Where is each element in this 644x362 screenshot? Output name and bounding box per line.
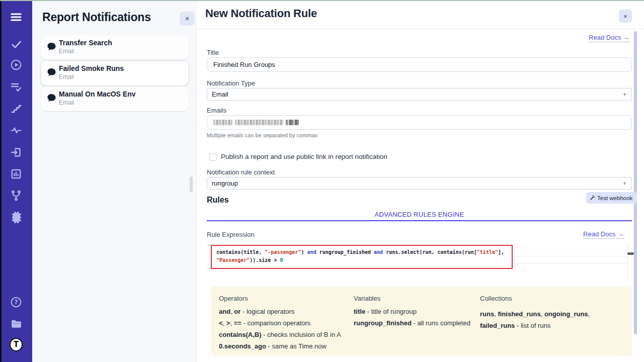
rule-expression-label: Rule Expression [207, 231, 255, 238]
help-icon[interactable]: ? [10, 296, 23, 309]
svg-text:?: ? [15, 299, 18, 306]
tab-active-indicator [207, 220, 632, 221]
context-select[interactable]: rungroup ▼ [207, 177, 632, 190]
notification-title: Transfer Search [59, 39, 112, 47]
emails-input[interactable] [207, 115, 632, 130]
help-item: and, or - logical operators [219, 308, 347, 315]
list-check-icon[interactable] [10, 80, 23, 93]
icon-sidebar: ? T [0, 0, 32, 362]
help-item: rungroup_finished - all runs completed [354, 320, 474, 327]
notification-channel: Email [59, 73, 74, 80]
notification-title: Manual On MacOS Env [59, 90, 135, 98]
chat-bubble-icon [47, 68, 56, 79]
notification-channel: Email [59, 48, 74, 55]
tab-advanced-rules-engine[interactable]: ADVANCED RULES ENGINE [207, 211, 632, 218]
context-label: Notification rule context [207, 168, 275, 176]
rule-expression-code: contains(title, "-passenger") and rungro… [216, 248, 508, 264]
chat-bubble-icon [47, 42, 56, 53]
notification-channel: Email [59, 99, 74, 106]
vertical-scrollbar-thumb[interactable] [634, 31, 637, 334]
check-icon[interactable] [10, 37, 23, 50]
notification-list-item[interactable]: Failed Smoke RunsEmail [41, 61, 188, 85]
help-item: runs, finished_runs, ongoing_runs, faile… [480, 308, 625, 331]
notification-list: Transfer SearchEmailFailed Smoke RunsEma… [41, 35, 188, 112]
publish-report-checkbox[interactable] [209, 153, 217, 161]
publish-report-label: Publish a report and use public link in … [221, 153, 387, 160]
help-column-header: Collections [480, 295, 625, 302]
help-item: contains(A,B) - checks inclusion of B in… [219, 331, 347, 338]
logo-icon[interactable]: T [10, 338, 23, 351]
fork-icon[interactable] [10, 189, 23, 202]
header-divider [197, 29, 644, 29]
modal-close-button[interactable]: × [619, 10, 632, 23]
help-item: 0.seconds_ago - same as Time.now [219, 343, 347, 350]
rule-expression-editor[interactable]: contains(title, "-passenger") and rungro… [211, 245, 513, 269]
help-column-variables: Variablestitle - title of rungrouprungro… [354, 295, 474, 331]
editor-line [513, 256, 627, 256]
steps-icon[interactable] [10, 102, 23, 115]
help-column-header: Variables [354, 295, 474, 302]
drawer-resize-handle[interactable] [190, 176, 193, 192]
test-webhook-button[interactable]: Test webhook [586, 192, 637, 204]
logo-letter: T [10, 338, 23, 351]
play-circle-icon[interactable] [10, 58, 23, 71]
help-column-header: Operators [219, 295, 347, 302]
notification-title: Failed Smoke Runs [59, 64, 124, 72]
menu-icon[interactable] [10, 11, 23, 24]
panel-title: Report Notifications [42, 11, 151, 24]
help-column-operators: Operatorsand, or - logical operators<, >… [219, 295, 347, 354]
title-label: Title [207, 49, 219, 56]
webhook-icon [590, 195, 595, 201]
bar-chart-icon[interactable] [10, 167, 23, 180]
expression-help-panel: Operatorsand, or - logical operators<, >… [211, 287, 632, 356]
new-notification-rule-modal: New Notification Rule × Read Docs → Titl… [196, 1, 644, 362]
notification-list-item[interactable]: Transfer SearchEmail [41, 35, 188, 60]
modal-title: New Notification Rule [205, 7, 317, 20]
report-notifications-panel: Report Notifications × Transfer SearchEm… [32, 1, 196, 362]
panel-close-button[interactable]: × [180, 12, 195, 26]
app-window: ? T Report Notifications × Transfer Sear… [0, 0, 644, 362]
help-item: <, >, == - comparison operators [219, 320, 347, 327]
dropdown-caret-icon: ▼ [622, 181, 627, 186]
notification-list-item[interactable]: Manual On MacOS EnvEmail [41, 86, 188, 111]
read-docs-link-top[interactable]: Read Docs → [589, 34, 629, 42]
rules-heading: Rules [207, 196, 229, 205]
notification-type-label: Notification Type [207, 79, 255, 87]
emails-label: Emails [207, 107, 226, 114]
notification-type-select[interactable]: Email ▼ [207, 88, 632, 101]
sign-in-icon[interactable] [10, 146, 23, 159]
help-item: title - title of rungroup [354, 308, 474, 315]
chat-bubble-icon [47, 94, 56, 105]
editor-line [513, 263, 627, 263]
redacted-email-part [286, 120, 299, 125]
editor-scrollbar-thumb[interactable] [627, 252, 634, 255]
top-strip [0, 0, 644, 1]
redacted-email-part [213, 120, 232, 125]
folder-icon[interactable] [10, 317, 23, 330]
test-webhook-label: Test webhook [597, 195, 632, 201]
editor-scroll-track [627, 245, 628, 283]
help-column-collections: Collectionsruns, finished_runs, ongoing_… [480, 295, 625, 331]
dropdown-caret-icon: ▼ [622, 92, 627, 97]
sidebar-edge [0, 0, 2, 362]
gear-icon[interactable] [10, 211, 23, 224]
read-docs-link-rules[interactable]: Read Docs → [583, 230, 624, 239]
activity-icon[interactable] [10, 124, 23, 137]
emails-hint: Multiple emails can be separated by comm… [207, 132, 317, 138]
title-input[interactable] [207, 57, 632, 72]
redacted-email-part [235, 120, 283, 125]
context-value: rungroup [212, 179, 238, 187]
notification-type-value: Email [212, 90, 228, 98]
